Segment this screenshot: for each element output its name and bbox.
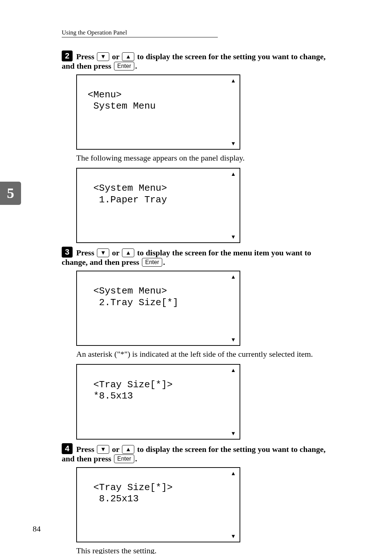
down-key-icon: ▼ bbox=[97, 248, 109, 257]
enter-key-icon: Enter bbox=[142, 258, 162, 267]
scroll-down-icon: ▼ bbox=[230, 533, 236, 539]
scroll-down-icon: ▼ bbox=[230, 234, 236, 240]
arrow-down-icon: ▼ bbox=[100, 250, 106, 256]
step-text: Press ▼ or ▲ to display the screen for t… bbox=[62, 52, 326, 70]
lcd-line: 1.Paper Tray bbox=[82, 194, 167, 205]
step-text: Press ▼ or ▲ to display the screen for t… bbox=[62, 445, 326, 463]
text: . bbox=[135, 454, 137, 463]
lcd-line: <Menu> bbox=[82, 89, 122, 100]
down-key-icon: ▼ bbox=[97, 52, 109, 61]
arrow-up-icon: ▲ bbox=[125, 446, 131, 452]
scroll-down-icon: ▼ bbox=[230, 430, 236, 437]
text: change, and then press bbox=[62, 258, 141, 267]
text: to display the screen for the menu item … bbox=[135, 248, 311, 257]
text: . bbox=[135, 61, 137, 70]
step-4: 4 Press ▼ or ▲ to display the screen for… bbox=[62, 443, 352, 464]
section-tab-badge: 5 bbox=[0, 182, 21, 205]
text: and then press bbox=[62, 61, 113, 70]
text: Press bbox=[76, 248, 96, 257]
step-text: Press ▼ or ▲ to display the screen for t… bbox=[62, 248, 311, 267]
lcd-line: 8.25x13 bbox=[82, 493, 139, 504]
text: or bbox=[110, 248, 121, 257]
enter-key-icon: Enter bbox=[114, 62, 134, 70]
lcd-line: <System Menu> bbox=[82, 286, 167, 296]
lcd-display: <System Menu> 1.Paper Tray ▲ ▼ bbox=[76, 168, 240, 243]
step-number-icon: 2 bbox=[62, 50, 73, 61]
body-text: An asterisk ("*") is indicated at the le… bbox=[76, 349, 352, 359]
lcd-display: <System Menu> 2.Tray Size[*] ▲ ▼ bbox=[76, 271, 240, 346]
arrow-up-icon: ▲ bbox=[125, 250, 131, 256]
arrow-down-icon: ▼ bbox=[100, 446, 106, 452]
page-number: 84 bbox=[33, 524, 41, 534]
text: to display the screen for the setting yo… bbox=[135, 445, 326, 454]
scroll-up-icon: ▲ bbox=[230, 77, 236, 84]
up-key-icon: ▲ bbox=[122, 248, 134, 257]
arrow-down-icon: ▼ bbox=[100, 53, 106, 60]
lcd-display: <Tray Size[*]> 8.25x13 ▲ ▼ bbox=[76, 467, 240, 542]
up-key-icon: ▲ bbox=[122, 52, 134, 61]
lcd-display: <Menu> System Menu ▲ ▼ bbox=[76, 74, 240, 150]
text: and then press bbox=[62, 454, 113, 463]
lcd-line: System Menu bbox=[82, 101, 156, 112]
lcd-line: <System Menu> bbox=[82, 183, 167, 194]
text: to display the screen for the setting yo… bbox=[135, 52, 326, 61]
step-3: 3 Press ▼ or ▲ to display the screen for… bbox=[62, 247, 352, 267]
lcd-line: *8.5x13 bbox=[82, 391, 133, 401]
scroll-up-icon: ▲ bbox=[230, 274, 236, 280]
step-2: 2 Press ▼ or ▲ to display the screen for… bbox=[62, 50, 352, 71]
text: Press bbox=[76, 52, 96, 61]
step-number-icon: 4 bbox=[62, 443, 73, 454]
scroll-up-icon: ▲ bbox=[230, 470, 236, 477]
lcd-display: <Tray Size[*]> *8.5x13 ▲ ▼ bbox=[76, 364, 240, 439]
running-header: Using the Operation Panel bbox=[62, 29, 218, 37]
text: or bbox=[110, 52, 121, 61]
lcd-line: <Tray Size[*]> bbox=[82, 379, 173, 390]
enter-key-icon: Enter bbox=[114, 454, 134, 463]
down-key-icon: ▼ bbox=[97, 445, 109, 454]
text: Press bbox=[76, 445, 96, 454]
scroll-up-icon: ▲ bbox=[230, 171, 236, 177]
up-key-icon: ▲ bbox=[122, 445, 134, 454]
body-text: This registers the setting. bbox=[76, 546, 352, 554]
body-text: The following message appears on the pan… bbox=[76, 153, 352, 163]
lcd-line: 2.Tray Size[*] bbox=[82, 297, 178, 308]
scroll-up-icon: ▲ bbox=[230, 367, 236, 373]
step-number-icon: 3 bbox=[62, 247, 73, 258]
text: . bbox=[163, 258, 165, 267]
text: or bbox=[110, 445, 121, 454]
arrow-up-icon: ▲ bbox=[125, 53, 131, 60]
scroll-down-icon: ▼ bbox=[230, 336, 236, 343]
page-content: Using the Operation Panel 2 Press ▼ or ▲… bbox=[0, 0, 392, 554]
lcd-line: <Tray Size[*]> bbox=[82, 482, 173, 493]
scroll-down-icon: ▼ bbox=[230, 140, 236, 147]
